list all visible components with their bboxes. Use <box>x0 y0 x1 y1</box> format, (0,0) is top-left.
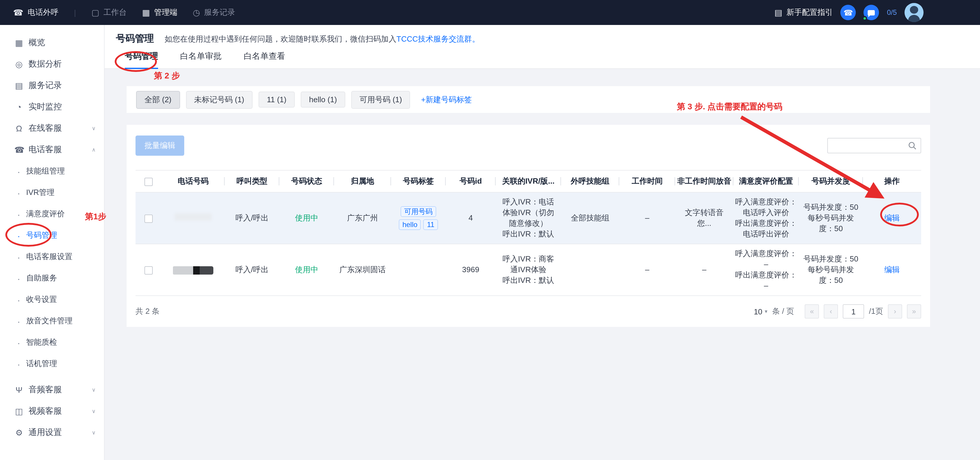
sidebar-item-ivr[interactable]: · IVR管理 <box>0 182 104 203</box>
filter-chip-hello[interactable]: hello (1) <box>301 92 345 108</box>
next-page-button[interactable]: › <box>888 304 902 318</box>
cell-offhours-audio: – <box>675 244 733 296</box>
sidebar-item-self-service[interactable]: · 自助服务 <box>0 267 104 289</box>
filter-chip-available[interactable]: 可用号码 (1) <box>351 91 410 108</box>
search-input[interactable] <box>828 138 908 153</box>
sidebar-item-number-collection[interactable]: · 收号设置 <box>0 289 104 310</box>
chevron-down-icon: ∨ <box>92 430 96 436</box>
cell-offhours-audio: 文字转语音 您... <box>675 192 733 244</box>
header-call-type: 呼叫类型 <box>224 170 279 192</box>
number-table: 电话号码 呼叫类型 号码状态 归属地 号码标签 号码id 关联的IVR/版...… <box>135 170 921 296</box>
bullet-icon: · <box>17 294 21 305</box>
cell-satisfaction: 呼入满意度评价： 电话呼入评价 呼出满意度评价： 电话呼出评价 <box>733 192 799 244</box>
select-all-checkbox[interactable] <box>145 178 153 186</box>
table-header-row: 电话号码 呼叫类型 号码状态 归属地 号码标签 号码id 关联的IVR/版...… <box>135 170 921 192</box>
header-outbound-skill-group: 外呼技能组 <box>561 170 619 192</box>
last-page-button[interactable]: » <box>907 304 921 318</box>
clock-icon: ◷ <box>193 8 200 17</box>
topbar: ☎ 电话外呼 | ▢ 工作台 ▦ 管理端 ◷ 服务记录 ▤ 新手配置指引 <box>0 0 980 25</box>
sidebar-item-overview[interactable]: ▦ 概览 <box>0 32 104 54</box>
call-button[interactable]: ☎ <box>841 5 856 20</box>
bullet-icon: · <box>17 359 21 369</box>
current-page-input[interactable]: 1 <box>843 304 864 318</box>
app-root: ☎ 电话外呼 | ▢ 工作台 ▦ 管理端 ◷ 服务记录 ▤ 新手配置指引 <box>0 0 980 460</box>
product-name: 电话外呼 <box>28 7 59 18</box>
bullet-icon: · <box>17 273 21 283</box>
chevron-down-icon: ∨ <box>92 387 96 393</box>
sidebar-item-video-service[interactable]: ◫ 视频客服 ∨ <box>0 401 104 422</box>
filter-chip-untagged[interactable]: 未标记号码 (1) <box>186 91 253 108</box>
sidebar-item-online-service[interactable]: Ω 在线客服 ∨ <box>0 118 104 139</box>
cell-skill-group <box>561 244 619 296</box>
nav-workbench[interactable]: ▢ 工作台 <box>92 7 127 18</box>
sidebar-item-realtime-monitor[interactable]: ◔ 实时监控 <box>0 96 104 118</box>
sidebar-item-service-records[interactable]: ▤ 服务记录 <box>0 75 104 96</box>
sidebar-item-phone-device[interactable]: · 话机管理 <box>0 353 104 374</box>
document-icon: ▤ <box>14 81 24 90</box>
product-switcher[interactable]: ☎ 电话外呼 <box>13 7 59 18</box>
sidebar-item-quality-inspection[interactable]: · 智能质检 <box>0 332 104 353</box>
tab-number-management[interactable]: 号码管理 <box>125 51 158 69</box>
user-avatar[interactable] <box>905 3 924 22</box>
row-checkbox[interactable] <box>145 214 153 223</box>
tab-whitelist-view[interactable]: 白名单查看 <box>243 51 285 69</box>
page-header: 号码管理 如您在使用过程中遇到任何问题，欢迎随时联系我们，微信扫码加入TCCC技… <box>105 25 980 69</box>
table-row: 呼入/呼出 使用中 广东深圳固话 3969 呼入IVR：商客 通IVR体验 呼出… <box>135 244 921 296</box>
cell-number-id: 4 <box>446 192 496 244</box>
online-status-dot <box>862 16 867 21</box>
chat-bubble-icon <box>868 10 875 15</box>
header-number-id: 号码id <box>446 170 496 192</box>
new-tag-link[interactable]: +新建号码标签 <box>421 94 472 105</box>
tab-whitelist-approval[interactable]: 白名单审批 <box>180 51 222 69</box>
cell-ivr: 呼入IVR：电话 体验IVR（切勿 随意修改） 呼出IVR：默认 <box>496 192 561 244</box>
topbar-divider: | <box>74 8 76 17</box>
chat-quota: 0/5 <box>887 8 897 17</box>
first-page-button[interactable]: « <box>805 304 819 318</box>
bullet-icon: · <box>17 188 21 197</box>
video-camera-icon: ◫ <box>14 406 24 416</box>
cell-number-id: 3969 <box>446 244 496 296</box>
sidebar-item-audio-files[interactable]: · 放音文件管理 <box>0 310 104 332</box>
header-offhours-audio: 非工作时间放音 <box>675 170 733 192</box>
sidebar-item-satisfaction[interactable]: · 满意度评价 <box>0 203 104 224</box>
compass-icon: ◎ <box>14 59 24 69</box>
nav-admin[interactable]: ▦ 管理端 <box>142 7 177 18</box>
title-row: 号码管理 如您在使用过程中遇到任何问题，欢迎随时联系我们，微信扫码加入TCCC技… <box>105 25 980 45</box>
sidebar-item-skill-groups[interactable]: · 技能组管理 <box>0 161 104 182</box>
page-size-select[interactable]: 10 ▾ <box>754 307 768 316</box>
sidebar-item-data-analysis[interactable]: ◎ 数据分析 <box>0 54 104 75</box>
cell-tags: 可用号码 hello11 <box>391 192 446 244</box>
chevron-down-icon: ∨ <box>92 126 96 131</box>
cell-concurrency: 号码并发度：50 每秒号码并发 度：50 <box>799 192 863 244</box>
sidebar-item-number-management[interactable]: · 号码管理 <box>0 224 104 246</box>
bulk-edit-button[interactable]: 批量编辑 <box>135 135 184 156</box>
edit-link[interactable]: 编辑 <box>884 213 900 222</box>
edit-link[interactable]: 编辑 <box>884 265 900 274</box>
header-phone-number: 电话号码 <box>162 170 224 192</box>
filter-chip-all[interactable]: 全部 (2) <box>136 91 180 108</box>
sidebar-item-phone-service[interactable]: ☎ 电话客服 ∧ <box>0 139 104 161</box>
page-size-unit: 条 / 页 <box>772 306 794 317</box>
filter-chip-11[interactable]: 11 (1) <box>259 92 295 108</box>
header-ivr: 关联的IVR/版... <box>496 170 561 192</box>
status-badge: 使用中 <box>295 265 318 274</box>
sidebar-item-general-settings[interactable]: ⚙ 通用设置 ∨ <box>0 422 104 443</box>
gear-icon: ⚙ <box>14 428 24 438</box>
phone-icon: ☎ <box>14 145 24 154</box>
nav-service-records[interactable]: ◷ 服务记录 <box>193 7 235 18</box>
phone-icon: ☎ <box>843 8 853 17</box>
tccc-group-link[interactable]: TCCC技术服务交流群。 <box>396 34 480 43</box>
chat-button[interactable] <box>864 5 879 20</box>
prev-page-button[interactable]: ‹ <box>824 304 838 318</box>
header-work-time: 工作时间 <box>619 170 675 192</box>
beginner-guide-button[interactable]: ▤ 新手配置指引 <box>774 7 833 18</box>
sidebar-item-audio-service[interactable]: Ψ 音频客服 ∨ <box>0 379 104 401</box>
sidebar-item-phone-settings[interactable]: · 电话客服设置 <box>0 246 104 267</box>
chevron-down-icon: ▾ <box>765 309 768 314</box>
cell-call-type: 呼入/呼出 <box>224 192 279 244</box>
cell-concurrency: 号码并发度：50 每秒号码并发 度：50 <box>799 244 863 296</box>
table-footer: 共 2 条 10 ▾ 条 / 页 « ‹ 1 /1页 › » <box>135 304 921 318</box>
search-icon[interactable] <box>908 142 921 150</box>
row-checkbox[interactable] <box>145 266 153 274</box>
bullet-icon: · <box>17 230 21 240</box>
